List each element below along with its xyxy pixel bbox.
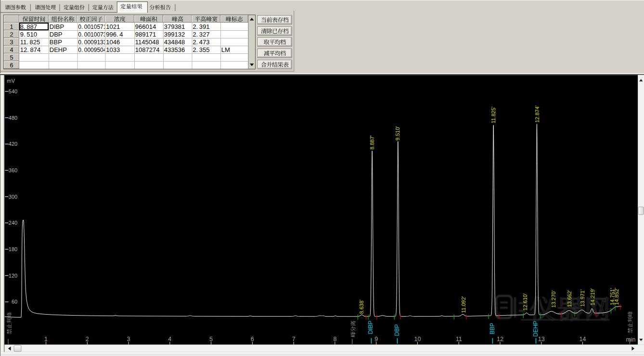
svg-text:BBP: BBP: [50, 38, 62, 46]
svg-text:8: 8: [333, 336, 336, 343]
svg-text:360: 360: [9, 167, 17, 173]
svg-text:1145048: 1145048: [135, 38, 159, 46]
svg-text:13.270': 13.270': [551, 291, 556, 308]
svg-text:DEHP: DEHP: [532, 321, 539, 337]
svg-text:1: 1: [44, 336, 48, 343]
svg-text:10: 10: [414, 336, 421, 343]
svg-text:480: 480: [9, 115, 17, 121]
svg-text:540: 540: [9, 89, 17, 94]
svg-text:12.874': 12.874': [534, 105, 540, 123]
svg-text:4: 4: [10, 47, 13, 53]
svg-text:399132: 399132: [164, 31, 185, 38]
svg-text:966014: 966014: [135, 23, 156, 30]
svg-text:60: 60: [12, 299, 17, 305]
svg-text:1046: 1046: [106, 38, 120, 46]
svg-text:1087274: 1087274: [135, 46, 160, 53]
svg-text:DIBP: DIBP: [50, 23, 64, 30]
svg-text:DEHP: DEHP: [50, 46, 67, 53]
svg-text:379381: 379381: [164, 23, 185, 30]
svg-text:12. 874: 12. 874: [20, 46, 40, 53]
svg-text:8.638': 8.638': [359, 300, 364, 314]
svg-text:1021: 1021: [106, 23, 120, 30]
svg-text:11: 11: [456, 336, 462, 343]
svg-text:433536: 433536: [164, 46, 185, 53]
svg-text:9.510': 9.510': [395, 126, 400, 140]
svg-text:7: 7: [292, 336, 296, 343]
svg-text:2. 355: 2. 355: [193, 46, 209, 53]
svg-text:14.852': 14.852': [614, 288, 619, 305]
svg-text:9: 9: [374, 336, 378, 343]
svg-text:300: 300: [9, 194, 17, 200]
svg-text:14.219': 14.219': [590, 288, 595, 305]
svg-text:989171: 989171: [135, 31, 156, 38]
svg-text:mV: mV: [7, 78, 15, 84]
svg-text:1: 1: [10, 24, 13, 30]
svg-text:DIBP: DIBP: [367, 320, 374, 334]
svg-text:8. 887: 8. 887: [20, 23, 37, 30]
svg-text:3: 3: [10, 39, 13, 46]
svg-text:5: 5: [209, 336, 213, 343]
svg-text:2. 327: 2. 327: [193, 31, 209, 38]
svg-text:14: 14: [580, 336, 586, 343]
svg-text:2. 473: 2. 473: [193, 38, 209, 46]
svg-text:420: 420: [9, 141, 17, 147]
svg-text:13.971': 13.971': [580, 290, 585, 307]
svg-text:3: 3: [127, 336, 130, 343]
svg-text:120: 120: [9, 273, 17, 279]
svg-text:12.610': 12.610': [522, 293, 528, 311]
svg-text:12: 12: [497, 336, 503, 343]
svg-text:11. 825: 11. 825: [20, 38, 40, 46]
svg-text:LM: LM: [221, 46, 230, 53]
svg-text:9. 510: 9. 510: [20, 31, 37, 38]
svg-text:240: 240: [9, 220, 17, 226]
svg-text:13.662': 13.662': [567, 290, 572, 307]
svg-text:434848: 434848: [164, 38, 185, 46]
svg-text:2: 2: [10, 31, 13, 38]
svg-text:996. 4: 996. 4: [106, 31, 123, 38]
svg-text:6: 6: [10, 62, 13, 69]
svg-text:5: 5: [10, 54, 13, 61]
svg-text:2: 2: [86, 336, 89, 343]
svg-text:11.825': 11.825': [490, 107, 496, 124]
svg-text:8.887': 8.887': [369, 135, 375, 150]
svg-text:11.092': 11.092': [461, 296, 466, 313]
svg-text:180: 180: [9, 246, 17, 252]
svg-text:2. 391: 2. 391: [193, 23, 209, 30]
svg-text:4: 4: [168, 336, 171, 343]
svg-text:DBP: DBP: [394, 324, 400, 336]
svg-text:min: min: [626, 336, 635, 343]
svg-text:1033: 1033: [106, 46, 120, 53]
svg-text:BBP: BBP: [489, 323, 496, 334]
svg-text:6: 6: [251, 336, 254, 343]
svg-text:DBP: DBP: [50, 31, 63, 38]
